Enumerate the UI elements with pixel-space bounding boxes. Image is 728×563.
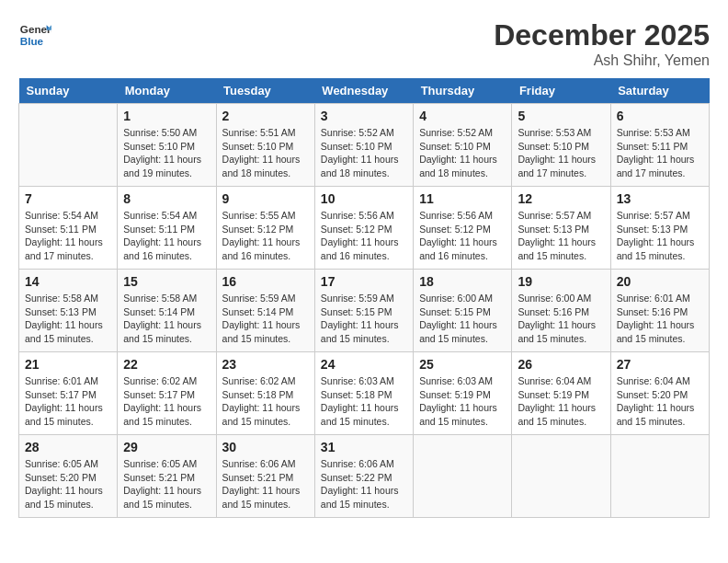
calendar-cell: 14Sunrise: 5:58 AM Sunset: 5:13 PM Dayli… bbox=[19, 270, 118, 352]
day-info: Sunrise: 6:01 AM Sunset: 5:17 PM Dayligh… bbox=[25, 374, 111, 429]
day-number: 31 bbox=[321, 440, 407, 454]
calendar-cell: 31Sunrise: 6:06 AM Sunset: 5:22 PM Dayli… bbox=[314, 435, 413, 518]
day-info: Sunrise: 5:57 AM Sunset: 5:13 PM Dayligh… bbox=[518, 209, 604, 263]
day-number: 1 bbox=[123, 109, 210, 123]
day-info: Sunrise: 5:53 AM Sunset: 5:11 PM Dayligh… bbox=[617, 126, 703, 180]
day-info: Sunrise: 5:54 AM Sunset: 5:11 PM Dayligh… bbox=[123, 209, 210, 263]
page-header: General Blue December 2025 Ash Shihr, Ye… bbox=[18, 18, 710, 69]
calendar-cell: 23Sunrise: 6:02 AM Sunset: 5:18 PM Dayli… bbox=[216, 352, 314, 435]
day-number: 8 bbox=[123, 191, 210, 206]
calendar-cell: 2Sunrise: 5:51 AM Sunset: 5:10 PM Daylig… bbox=[216, 104, 314, 187]
calendar-cell: 7Sunrise: 5:54 AM Sunset: 5:11 PM Daylig… bbox=[19, 187, 118, 270]
day-number: 2 bbox=[222, 109, 309, 123]
day-info: Sunrise: 5:52 AM Sunset: 5:10 PM Dayligh… bbox=[321, 126, 407, 180]
day-info: Sunrise: 5:59 AM Sunset: 5:15 PM Dayligh… bbox=[321, 292, 407, 346]
calendar-cell: 11Sunrise: 5:56 AM Sunset: 5:12 PM Dayli… bbox=[414, 187, 512, 270]
calendar-cell: 13Sunrise: 5:57 AM Sunset: 5:13 PM Dayli… bbox=[610, 187, 709, 270]
day-number: 29 bbox=[123, 440, 210, 454]
day-number: 25 bbox=[419, 357, 506, 372]
calendar-body: 1Sunrise: 5:50 AM Sunset: 5:10 PM Daylig… bbox=[19, 104, 710, 518]
calendar-cell: 15Sunrise: 5:58 AM Sunset: 5:14 PM Dayli… bbox=[118, 270, 216, 352]
day-info: Sunrise: 5:58 AM Sunset: 5:14 PM Dayligh… bbox=[123, 292, 210, 346]
day-number: 7 bbox=[25, 191, 111, 206]
calendar-cell: 12Sunrise: 5:57 AM Sunset: 5:13 PM Dayli… bbox=[512, 187, 610, 270]
weekday-header-friday: Friday bbox=[512, 78, 610, 104]
calendar-cell: 30Sunrise: 6:06 AM Sunset: 5:21 PM Dayli… bbox=[216, 435, 314, 518]
logo-icon: General Blue bbox=[18, 18, 51, 52]
calendar-cell: 19Sunrise: 6:00 AM Sunset: 5:16 PM Dayli… bbox=[512, 270, 610, 352]
day-info: Sunrise: 5:56 AM Sunset: 5:12 PM Dayligh… bbox=[419, 209, 506, 263]
svg-text:Blue: Blue bbox=[20, 35, 44, 47]
day-info: Sunrise: 6:00 AM Sunset: 5:16 PM Dayligh… bbox=[518, 292, 604, 346]
day-info: Sunrise: 5:59 AM Sunset: 5:14 PM Dayligh… bbox=[222, 292, 309, 346]
weekday-header-thursday: Thursday bbox=[414, 78, 512, 104]
day-info: Sunrise: 6:06 AM Sunset: 5:21 PM Dayligh… bbox=[222, 457, 309, 511]
day-number: 16 bbox=[222, 274, 309, 289]
day-info: Sunrise: 5:52 AM Sunset: 5:10 PM Dayligh… bbox=[419, 126, 506, 180]
calendar-table: SundayMondayTuesdayWednesdayThursdayFrid… bbox=[18, 78, 710, 518]
calendar-week-row: 14Sunrise: 5:58 AM Sunset: 5:13 PM Dayli… bbox=[19, 270, 710, 352]
day-number: 17 bbox=[321, 274, 407, 289]
calendar-cell: 8Sunrise: 5:54 AM Sunset: 5:11 PM Daylig… bbox=[118, 187, 216, 270]
calendar-cell: 20Sunrise: 6:01 AM Sunset: 5:16 PM Dayli… bbox=[610, 270, 709, 352]
weekday-header-wednesday: Wednesday bbox=[314, 78, 413, 104]
day-info: Sunrise: 6:02 AM Sunset: 5:17 PM Dayligh… bbox=[123, 374, 210, 429]
day-info: Sunrise: 5:50 AM Sunset: 5:10 PM Dayligh… bbox=[123, 126, 210, 180]
day-info: Sunrise: 5:57 AM Sunset: 5:13 PM Dayligh… bbox=[617, 209, 703, 263]
calendar-cell bbox=[610, 435, 709, 518]
day-number: 23 bbox=[222, 357, 309, 372]
calendar-cell: 5Sunrise: 5:53 AM Sunset: 5:10 PM Daylig… bbox=[512, 104, 610, 187]
calendar-cell bbox=[19, 104, 118, 187]
title-block: December 2025 Ash Shihr, Yemen bbox=[494, 18, 710, 69]
day-number: 19 bbox=[518, 274, 604, 289]
day-number: 9 bbox=[222, 191, 309, 206]
calendar-week-row: 28Sunrise: 6:05 AM Sunset: 5:20 PM Dayli… bbox=[19, 435, 710, 518]
day-number: 6 bbox=[617, 109, 703, 123]
day-number: 14 bbox=[25, 274, 111, 289]
day-number: 5 bbox=[518, 109, 604, 123]
weekday-header-saturday: Saturday bbox=[610, 78, 709, 104]
day-number: 13 bbox=[617, 191, 703, 206]
calendar-header-row: SundayMondayTuesdayWednesdayThursdayFrid… bbox=[19, 78, 710, 104]
calendar-cell: 6Sunrise: 5:53 AM Sunset: 5:11 PM Daylig… bbox=[610, 104, 709, 187]
day-info: Sunrise: 5:58 AM Sunset: 5:13 PM Dayligh… bbox=[25, 292, 111, 346]
calendar-cell: 24Sunrise: 6:03 AM Sunset: 5:18 PM Dayli… bbox=[314, 352, 413, 435]
weekday-header-monday: Monday bbox=[118, 78, 216, 104]
day-number: 4 bbox=[419, 109, 506, 123]
day-info: Sunrise: 5:53 AM Sunset: 5:10 PM Dayligh… bbox=[518, 126, 604, 180]
day-number: 3 bbox=[321, 109, 407, 123]
day-info: Sunrise: 5:56 AM Sunset: 5:12 PM Dayligh… bbox=[321, 209, 407, 263]
calendar-week-row: 21Sunrise: 6:01 AM Sunset: 5:17 PM Dayli… bbox=[19, 352, 710, 435]
day-info: Sunrise: 5:51 AM Sunset: 5:10 PM Dayligh… bbox=[222, 126, 309, 180]
calendar-cell: 27Sunrise: 6:04 AM Sunset: 5:20 PM Dayli… bbox=[610, 352, 709, 435]
calendar-cell: 25Sunrise: 6:03 AM Sunset: 5:19 PM Dayli… bbox=[414, 352, 512, 435]
day-info: Sunrise: 5:55 AM Sunset: 5:12 PM Dayligh… bbox=[222, 209, 309, 263]
day-number: 15 bbox=[123, 274, 210, 289]
day-info: Sunrise: 5:54 AM Sunset: 5:11 PM Dayligh… bbox=[25, 209, 111, 263]
calendar-cell: 21Sunrise: 6:01 AM Sunset: 5:17 PM Dayli… bbox=[19, 352, 118, 435]
day-number: 18 bbox=[419, 274, 506, 289]
calendar-cell: 1Sunrise: 5:50 AM Sunset: 5:10 PM Daylig… bbox=[118, 104, 216, 187]
calendar-cell: 17Sunrise: 5:59 AM Sunset: 5:15 PM Dayli… bbox=[314, 270, 413, 352]
calendar-cell: 29Sunrise: 6:05 AM Sunset: 5:21 PM Dayli… bbox=[118, 435, 216, 518]
location-subtitle: Ash Shihr, Yemen bbox=[494, 52, 710, 69]
day-info: Sunrise: 6:05 AM Sunset: 5:20 PM Dayligh… bbox=[25, 457, 111, 511]
calendar-cell: 4Sunrise: 5:52 AM Sunset: 5:10 PM Daylig… bbox=[414, 104, 512, 187]
day-number: 27 bbox=[617, 357, 703, 372]
day-info: Sunrise: 6:03 AM Sunset: 5:18 PM Dayligh… bbox=[321, 374, 407, 429]
day-number: 20 bbox=[617, 274, 703, 289]
day-number: 28 bbox=[25, 440, 111, 454]
day-info: Sunrise: 6:02 AM Sunset: 5:18 PM Dayligh… bbox=[222, 374, 309, 429]
calendar-cell: 22Sunrise: 6:02 AM Sunset: 5:17 PM Dayli… bbox=[118, 352, 216, 435]
calendar-cell: 16Sunrise: 5:59 AM Sunset: 5:14 PM Dayli… bbox=[216, 270, 314, 352]
day-number: 24 bbox=[321, 357, 407, 372]
day-number: 26 bbox=[518, 357, 604, 372]
day-number: 30 bbox=[222, 440, 309, 454]
calendar-cell bbox=[512, 435, 610, 518]
calendar-cell: 10Sunrise: 5:56 AM Sunset: 5:12 PM Dayli… bbox=[314, 187, 413, 270]
weekday-header-sunday: Sunday bbox=[19, 78, 118, 104]
day-number: 21 bbox=[25, 357, 111, 372]
calendar-week-row: 7Sunrise: 5:54 AM Sunset: 5:11 PM Daylig… bbox=[19, 187, 710, 270]
calendar-cell: 26Sunrise: 6:04 AM Sunset: 5:19 PM Dayli… bbox=[512, 352, 610, 435]
day-info: Sunrise: 6:03 AM Sunset: 5:19 PM Dayligh… bbox=[419, 374, 506, 429]
